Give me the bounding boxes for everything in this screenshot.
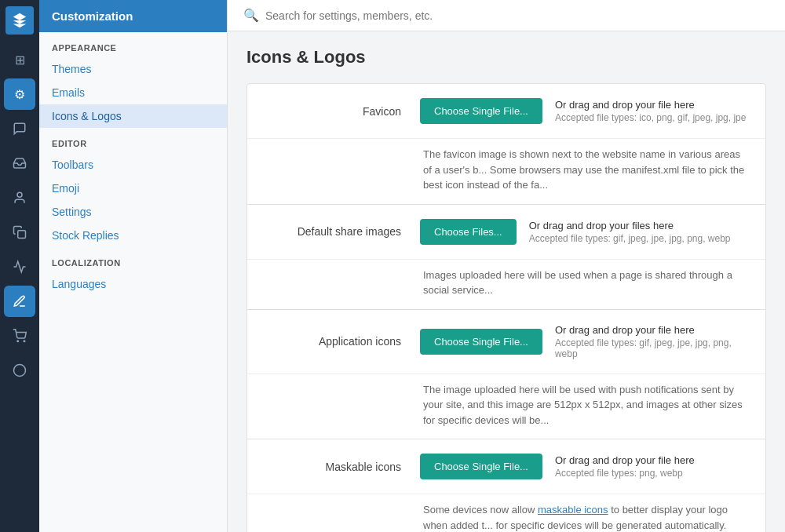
copy-icon[interactable] <box>4 217 35 248</box>
sidebar-item-toolbars[interactable]: Toolbars <box>39 153 227 177</box>
main-area: 🔍 Icons & Logos Favicon Choose Single Fi… <box>228 0 785 532</box>
sidebar-item-stock-replies[interactable]: Stock Replies <box>39 224 227 247</box>
reports-icon[interactable] <box>4 251 35 282</box>
favicon-description: The favicon image is shown next to the w… <box>247 139 765 204</box>
maskable-icons-choose-button[interactable]: Choose Single File... <box>420 454 542 479</box>
maskable-icons-section: Maskable icons Choose Single File... Or … <box>247 439 765 532</box>
sidebar-title: Customization <box>39 0 227 32</box>
share-images-drag-drop-title: Or drag and drop your files here <box>529 220 731 231</box>
page-title: Icons & Logos <box>246 47 766 67</box>
cart-icon[interactable] <box>4 320 35 352</box>
contacts-icon[interactable] <box>4 182 35 213</box>
favicon-drag-drop-title: Or drag and drop your file here <box>555 99 746 111</box>
favicon-label: Favicon <box>263 105 420 118</box>
maskable-icons-drag-drop-subtitle: Accepted file types: png, webp <box>555 468 695 479</box>
content-area: Icons & Logos Favicon Choose Single File… <box>228 31 785 532</box>
sidebar-section-localization: LOCALIZATION <box>39 247 227 272</box>
sidebar-item-themes[interactable]: Themes <box>39 57 227 81</box>
sidebar: Customization APPEARANCE Themes Emails I… <box>39 0 228 532</box>
app-icons-choose-button[interactable]: Choose Single File... <box>420 329 542 355</box>
sidebar-item-languages[interactable]: Languages <box>39 272 227 296</box>
sidebar-item-emails[interactable]: Emails <box>39 81 227 104</box>
favicon-drag-drop-subtitle: Accepted file types: ico, png, gif, jpeg… <box>555 112 746 123</box>
maskable-icons-upload-area: Choose Single File... Or drag and drop y… <box>420 454 750 479</box>
svg-point-3 <box>24 341 25 342</box>
app-icons-upload-row: Application icons Choose Single File... … <box>247 310 765 374</box>
app-icons-drag-drop-subtitle: Accepted file types: gif, jpeg, jpe, jpg… <box>555 337 750 359</box>
sidebar-item-icons-logos[interactable]: Icons & Logos <box>39 104 227 128</box>
sidebar-item-settings[interactable]: Settings <box>39 200 227 224</box>
logo-icon[interactable] <box>5 6 34 35</box>
maskable-icons-upload-row: Maskable icons Choose Single File... Or … <box>247 439 765 494</box>
maskable-icons-drag-drop-title: Or drag and drop your file here <box>555 454 695 466</box>
chat-icon[interactable] <box>4 113 35 144</box>
svg-point-0 <box>17 192 22 197</box>
sidebar-item-emoji[interactable]: Emoji <box>39 177 227 200</box>
app-icons-drag-drop-info: Or drag and drop your file here Accepted… <box>555 324 750 359</box>
app-icons-description: The image uploaded here will be used wit… <box>247 374 765 439</box>
share-images-label: Default share images <box>263 225 420 238</box>
app-icons-section: Application icons Choose Single File... … <box>247 310 765 440</box>
sidebar-section-editor: EDITOR <box>39 128 227 153</box>
sidebar-section-appearance: APPEARANCE <box>39 32 227 57</box>
share-images-upload-row: Default share images Choose Files... Or … <box>247 205 765 260</box>
app-icons-drag-drop-title: Or drag and drop your file here <box>555 324 750 336</box>
share-images-drag-drop-info: Or drag and drop your files here Accepte… <box>529 220 731 244</box>
svg-point-4 <box>14 365 26 377</box>
maskable-icons-link[interactable]: maskable icons <box>538 504 608 516</box>
favicon-section: Favicon Choose Single File... Or drag an… <box>247 84 765 205</box>
maskable-icons-description: Some devices now allow maskable icons to… <box>247 494 765 532</box>
search-input[interactable] <box>265 9 769 22</box>
svg-point-2 <box>17 341 19 342</box>
app-icons-label: Application icons <box>263 335 420 348</box>
icon-bar: ⊞ ⚙ <box>0 0 39 532</box>
settings-icon[interactable]: ⚙ <box>4 78 35 110</box>
search-bar: 🔍 <box>228 0 785 31</box>
app-icons-upload-area: Choose Single File... Or drag and drop y… <box>420 324 750 359</box>
maskable-icons-drag-drop-info: Or drag and drop your file here Accepted… <box>555 454 695 479</box>
share-images-drag-drop-subtitle: Accepted file types: gif, jpeg, jpe, jpg… <box>529 233 731 244</box>
circle-icon[interactable] <box>4 355 35 386</box>
inbox-icon[interactable] <box>4 148 35 179</box>
favicon-choose-button[interactable]: Choose Single File... <box>420 98 542 124</box>
favicon-upload-area: Choose Single File... Or drag and drop y… <box>420 98 750 124</box>
share-images-section: Default share images Choose Files... Or … <box>247 205 765 310</box>
svg-rect-1 <box>18 231 26 239</box>
grid-icon[interactable]: ⊞ <box>4 44 35 75</box>
favicon-drag-drop-info: Or drag and drop your file here Accepted… <box>555 99 746 123</box>
share-images-upload-area: Choose Files... Or drag and drop your fi… <box>420 219 750 245</box>
share-images-choose-button[interactable]: Choose Files... <box>420 219 517 245</box>
maskable-icons-label: Maskable icons <box>263 461 420 473</box>
search-icon: 🔍 <box>243 8 259 23</box>
sections-container: Favicon Choose Single File... Or drag an… <box>246 83 766 532</box>
share-images-description: Images uploaded here will be used when a… <box>247 260 765 309</box>
pen-icon[interactable] <box>4 286 35 317</box>
favicon-upload-row: Favicon Choose Single File... Or drag an… <box>247 84 765 139</box>
